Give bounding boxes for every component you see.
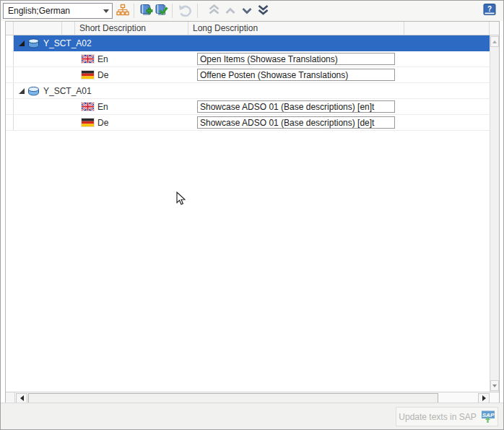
language-pair-combo[interactable]: English;German — [3, 3, 113, 19]
hierarchy-view-button[interactable] — [114, 2, 131, 20]
column-header-spacer[interactable] — [62, 22, 75, 35]
germany-flag-icon — [82, 71, 94, 79]
tree-node-row[interactable]: Y_SCT_A01 — [6, 83, 490, 99]
chevron-up-icon — [225, 6, 236, 17]
triangle-down-icon — [492, 384, 497, 387]
language-row[interactable]: De — [6, 115, 490, 131]
double-chevron-down-icon — [257, 4, 269, 17]
header-corner — [490, 22, 499, 35]
row-indicator[interactable] — [6, 83, 14, 98]
long-description-input[interactable] — [197, 116, 395, 129]
translation-editor-window: English;German — [0, 0, 504, 430]
long-description-input[interactable] — [197, 53, 395, 65]
language-row[interactable]: En — [6, 51, 490, 67]
toolbar-separator — [172, 4, 173, 18]
column-header-long-description[interactable]: Long Description — [188, 22, 404, 35]
mouse-cursor — [176, 192, 186, 208]
collapse-node-icon[interactable] — [19, 40, 25, 46]
footer-bar: Update texts in SAP SAP — [1, 403, 503, 429]
row-indicator[interactable] — [6, 99, 14, 114]
sap-upload-icon: SAP — [481, 410, 495, 423]
toolbar: English;German — [1, 1, 503, 21]
language-row[interactable]: De — [6, 67, 490, 83]
scroll-left-button[interactable] — [16, 393, 27, 403]
toolbar-separator — [197, 4, 198, 18]
long-description-input[interactable] — [197, 100, 395, 113]
long-description-input[interactable] — [197, 69, 395, 81]
language-code: De — [97, 70, 108, 80]
go-previous-button[interactable] — [222, 2, 239, 20]
help-book-icon: ? — [482, 9, 498, 20]
vertical-scrollbar[interactable] — [490, 35, 499, 392]
scroll-up-button[interactable] — [490, 36, 499, 47]
column-header-tree[interactable] — [14, 22, 62, 35]
row-indicator[interactable] — [6, 67, 14, 82]
triangle-right-icon — [482, 395, 486, 401]
chevron-down-icon — [241, 6, 253, 17]
language-code: De — [97, 118, 108, 128]
svg-text:?: ? — [487, 5, 492, 13]
language-pair-value: English;German — [8, 6, 103, 16]
uk-flag-icon — [82, 55, 94, 63]
apply-dictionary-button[interactable] — [152, 2, 170, 20]
database-cylinder-icon — [27, 86, 40, 96]
double-chevron-up-icon — [208, 4, 220, 17]
go-last-button[interactable] — [254, 2, 271, 20]
database-cylinder-icon — [27, 38, 40, 48]
go-next-button[interactable] — [238, 2, 256, 20]
org-chart-icon — [116, 4, 129, 19]
translation-grid: Short Description Long Description Y_ — [5, 21, 500, 404]
column-header-empty[interactable] — [404, 22, 490, 35]
update-button-label: Update texts in SAP — [399, 412, 476, 422]
node-name: Y_SCT_A02 — [43, 38, 92, 48]
language-code: En — [97, 102, 108, 112]
update-texts-button[interactable]: Update texts in SAP SAP — [396, 407, 498, 426]
book-add-icon — [139, 4, 153, 19]
column-header-short-description[interactable]: Short Description — [75, 22, 188, 35]
node-name: Y_SCT_A01 — [43, 86, 92, 96]
language-row[interactable]: En — [6, 99, 490, 115]
germany-flag-icon — [82, 119, 94, 126]
grid-header: Short Description Long Description — [6, 22, 499, 35]
chevron-down-icon — [103, 9, 109, 13]
svg-text:SAP: SAP — [482, 411, 494, 418]
collapse-node-icon[interactable] — [19, 88, 25, 94]
grid-rows: Y_SCT_A02 En — [6, 35, 490, 392]
book-check-icon — [155, 4, 168, 19]
column-header-indicator[interactable] — [6, 22, 14, 35]
toolbar-separator — [134, 4, 134, 18]
go-first-button[interactable] — [205, 2, 222, 20]
help-button[interactable]: ? — [482, 3, 498, 17]
row-indicator[interactable] — [6, 115, 14, 130]
triangle-left-icon — [20, 395, 24, 401]
row-indicator[interactable] — [6, 51, 14, 66]
tree-node-row[interactable]: Y_SCT_A02 — [6, 35, 490, 51]
triangle-up-icon — [492, 40, 497, 43]
scroll-down-button[interactable] — [490, 380, 499, 391]
uk-flag-icon — [82, 103, 94, 111]
horizontal-scroll-thumb[interactable] — [28, 393, 438, 403]
undo-button[interactable] — [176, 2, 194, 20]
language-code: En — [97, 54, 108, 64]
row-indicator[interactable] — [6, 35, 14, 51]
scroll-right-button[interactable] — [478, 393, 490, 403]
undo-icon — [178, 4, 192, 19]
